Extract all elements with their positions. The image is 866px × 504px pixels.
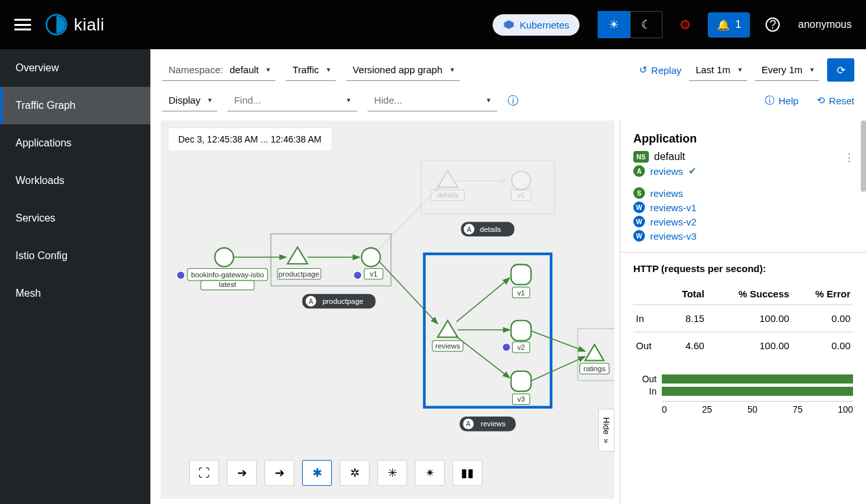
app-badge: A (633, 165, 645, 177)
layout-1-button[interactable]: ➔ (227, 460, 257, 486)
svg-text:A: A (467, 226, 471, 233)
legend-button[interactable]: ▮▮ (452, 460, 482, 486)
http-title: HTTP (requests per second): (633, 263, 853, 274)
user-menu[interactable]: anonymous (798, 19, 852, 30)
replay-button[interactable]: ↺ Replay (639, 64, 682, 76)
workload-badge: W (633, 201, 645, 213)
service-badge: S (633, 187, 645, 199)
svg-point-27 (353, 271, 361, 279)
nav-applications[interactable]: Applications (0, 124, 150, 162)
brand-logo[interactable]: kiali (45, 14, 104, 36)
svg-marker-3 (438, 170, 458, 187)
hide-panel-tab[interactable]: Hide » (598, 409, 614, 452)
help-button[interactable]: ? (766, 17, 780, 32)
fit-view-button[interactable]: ⛶ (189, 460, 219, 486)
svg-point-5 (511, 171, 530, 190)
notifications-button[interactable]: 🔔 1 (708, 12, 750, 38)
svg-text:bookinfo-gateway-istio: bookinfo-gateway-istio (191, 271, 264, 279)
layout-2-button[interactable]: ➔ (264, 460, 294, 486)
svg-text:productpage: productpage (279, 270, 320, 278)
svg-marker-37 (438, 321, 458, 338)
panel-title: Application (633, 132, 853, 146)
traffic-selector[interactable]: Traffic (286, 59, 336, 81)
nav-overview[interactable]: Overview (0, 49, 150, 87)
svg-text:productpage: productpage (323, 297, 364, 305)
svg-rect-45 (511, 321, 531, 341)
svg-text:v1: v1 (517, 289, 525, 297)
bell-icon: 🔔 (717, 19, 730, 31)
svg-line-40 (456, 278, 509, 322)
reset-icon: ⟲ (817, 95, 825, 106)
nav-mesh[interactable]: Mesh (0, 275, 150, 312)
svg-text:v1: v1 (369, 270, 377, 278)
display-options[interactable]: Display (162, 89, 217, 111)
workload-link-v2[interactable]: reviews-v2 (650, 216, 697, 227)
service-link[interactable]: reviews (650, 188, 683, 199)
refresh-button[interactable]: ⟳ (827, 58, 854, 82)
svg-marker-1 (504, 20, 513, 29)
svg-line-34 (378, 186, 440, 251)
theme-light-button[interactable]: ☀ (598, 11, 630, 38)
svg-point-15 (215, 248, 233, 267)
namespace-badge: NS (633, 151, 649, 163)
nav-services[interactable]: Services (0, 200, 150, 237)
time-range-selector[interactable]: Last 1m (689, 59, 747, 81)
brand-text: kiali (74, 15, 104, 35)
workload-badge: W (633, 216, 645, 227)
svg-point-16 (177, 271, 185, 279)
layout-dagre-button[interactable]: ✱ (302, 460, 332, 486)
graph-type-selector[interactable]: Versioned app graph (346, 59, 459, 81)
table-row: Out4.60100.000.00 (633, 332, 853, 360)
graph-canvas[interactable]: Dec 3, 12:45:38 AM ... 12:46:38 AM detai… (161, 120, 614, 499)
svg-text:details: details (437, 191, 458, 199)
nav-istio-config[interactable]: Istio Config (0, 237, 150, 275)
history-icon: ↺ (639, 64, 648, 76)
menu-toggle[interactable] (14, 19, 31, 30)
workload-link-v1[interactable]: reviews-v1 (650, 202, 697, 213)
question-circle-icon: ⓘ (765, 95, 775, 107)
svg-rect-41 (511, 264, 531, 284)
svg-text:A: A (466, 420, 471, 428)
panel-actions-menu[interactable]: ⋮ (844, 152, 853, 164)
svg-text:A: A (309, 298, 313, 305)
nav-traffic-graph[interactable]: Traffic Graph (0, 87, 150, 124)
svg-marker-22 (288, 247, 308, 264)
app-link[interactable]: reviews (650, 166, 683, 177)
health-ok-icon: ✔ (688, 165, 697, 177)
topology-graph: details v1 A details bookinfo-gateway-is… (161, 120, 614, 494)
http-table: Total% Success% Error In8.15100.000.00 O… (633, 283, 853, 359)
theme-switcher: ☀ ☾ (598, 11, 662, 38)
svg-text:v3: v3 (517, 395, 525, 403)
svg-marker-60 (585, 345, 604, 361)
workload-badge: W (633, 230, 645, 242)
sync-icon: ⟳ (837, 64, 845, 76)
svg-text:v1: v1 (517, 191, 525, 199)
scrollbar[interactable] (861, 120, 866, 192)
kubernetes-icon (503, 19, 515, 30)
record-indicator[interactable] (681, 20, 690, 29)
theme-dark-button[interactable]: ☾ (630, 11, 662, 38)
svg-rect-50 (511, 371, 531, 391)
layout-concentric-button[interactable]: ✳ (377, 460, 407, 486)
info-icon[interactable]: ⓘ (508, 93, 519, 108)
cluster-selector[interactable]: Kubernetes (493, 14, 580, 36)
namespace-selector[interactable]: Namespace: default (162, 59, 275, 81)
refresh-interval-selector[interactable]: Every 1m (755, 59, 819, 81)
svg-text:reviews: reviews (480, 420, 506, 428)
success-bar-chart: Out In 0 25 50 75 100 (633, 373, 853, 415)
namespace-value: default (654, 151, 685, 163)
svg-text:v2: v2 (517, 343, 525, 351)
layout-breadth-button[interactable]: ✴ (415, 460, 445, 486)
nav-workloads[interactable]: Workloads (0, 162, 150, 200)
hide-input[interactable] (368, 89, 497, 111)
details-panel: Application ⋮ NS default A reviews ✔ S r… (620, 120, 866, 504)
reset-link[interactable]: ⟲ Reset (817, 95, 854, 106)
svg-text:reviews: reviews (435, 342, 460, 350)
svg-point-46 (502, 343, 510, 351)
sidebar-nav: Overview Traffic Graph Applications Work… (0, 49, 150, 504)
layout-grid-button[interactable]: ✲ (340, 460, 369, 486)
workload-link-v3[interactable]: reviews-v3 (650, 231, 697, 242)
help-link[interactable]: ⓘ Help (765, 95, 799, 107)
find-input[interactable] (228, 89, 357, 111)
svg-text:latest: latest (218, 281, 237, 288)
